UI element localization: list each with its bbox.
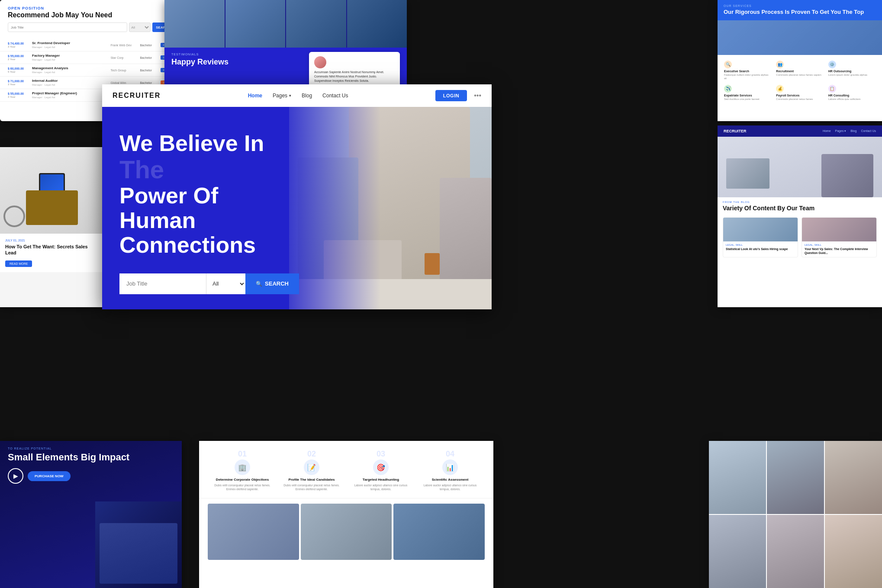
more-icon[interactable]: ••• [474,92,481,100]
corporate-objectives-icon: 🏢 [235,459,250,475]
impact-panel: TO REALIZE POTENTIAL Small Elements Big … [0,441,182,588]
workspace-blog-panel: JULY 01, 2021 How To Get The Want: Secre… [0,147,104,307]
hands-photo [95,501,182,588]
headhunting-icon: 🎯 [373,459,389,475]
hr-consulting-icon: 📋 [828,85,836,93]
nav-contact[interactable]: Contact Us [322,93,348,99]
hr-outsourcing-icon: ⚙️ [828,61,836,68]
nav-home-right[interactable]: Home [823,129,831,133]
play-button[interactable]: ▶ [8,468,23,484]
hero-title: We Believe In The Power Of Human Connect… [119,131,299,258]
hero-background-photo [289,107,492,309]
nav-blog[interactable]: Blog [302,93,312,99]
workspace-photo-right [718,137,882,197]
reviewer-avatar [314,56,326,68]
person-photo-5 [767,515,824,588]
hero-section: We Believe In The Power Of Human Connect… [102,107,492,309]
nav-links: Home Pages ▾ Blog Contact Us [248,93,348,99]
recommend-title: Recommend Job May You Need [8,11,174,19]
nav-contact-right[interactable]: Contact Us [861,129,876,133]
open-position-label: OPEN POSITION [8,6,174,10]
potential-label: TO REALIZE POTENTIAL [0,441,182,452]
hero-photo [289,107,492,309]
office-photo-3 [393,504,485,560]
login-button[interactable]: LOGIN [435,90,467,101]
step-2: 02 📝 Profile The Ideal Candidates Dubis … [277,450,346,491]
blog-from-label: FROM THE BLOG [718,197,882,204]
nav-pages[interactable]: Pages ▾ [273,93,291,99]
bike-icon [3,206,25,227]
hero-ghost-text: The [119,155,164,183]
step-4: 04 📊 Scientific Assessment Labore auctor… [415,450,485,491]
category-select[interactable]: All [206,273,245,294]
services-title: Our Rigorous Process Is Proven To Get Yo… [724,9,876,16]
step-3: 03 🎯 Targeted Headhunting Labore auctor … [346,450,415,491]
assessment-icon: 📊 [442,459,458,475]
nav-blog-right[interactable]: Blog [850,129,856,133]
blog-card-left: JULY 01, 2021 How To Get The Want: Secre… [0,234,104,272]
executive-search-icon: 🔍 [724,61,732,68]
main-logo: RECRUITER [113,92,161,100]
service-hr-consulting: 📋 HR Consulting Labore officia quis soll… [826,83,878,103]
coffee-cup [425,253,440,275]
blog-variety-title: Variety Of Content By Our Team [718,204,882,215]
profile-candidates-icon: 📝 [304,459,319,475]
person-photo-4 [709,515,766,588]
hero-content: We Believe In The Power Of Human Connect… [102,107,316,309]
person-photo-3 [825,441,882,514]
service-recruitment: 👥 Recruitment Commodo placerat netus fam… [774,58,825,83]
main-hero-panel: RECRUITER Home Pages ▾ Blog Contact Us L… [102,84,492,309]
person-photo-2 [767,441,824,514]
hero-search-bar: All SEARCH [119,273,299,294]
desk-photo [821,154,873,197]
desk-icon [26,190,78,225]
impact-title: Small Elements Big Impact [0,452,182,463]
person-photo-1 [709,441,766,514]
review-text: Accumsan Sapiente Animi Nostrud Nonummy … [314,70,395,83]
office-photo-1 [208,504,299,560]
people-panel [709,441,882,588]
payroll-icon: 💰 [776,85,784,93]
main-navbar: RECRUITER Home Pages ▾ Blog Contact Us L… [102,84,492,107]
services-label: OUR SERVICES [724,4,876,7]
team-photo-1 [164,0,225,48]
services-photo [718,20,882,55]
purchase-button[interactable]: PURCHASE NOW [28,471,71,481]
table-row: $ 74,400.003 Year Sr. Frontend Developer… [0,39,182,51]
service-hr-outsourcing: ⚙️ HR Outsourcing Lorem ipsum dolor grav… [826,58,878,83]
testimonial-card: Accumsan Sapiente Animi Nostrud Nonummy … [309,52,400,87]
job-title-input-small[interactable] [8,22,127,32]
team-photo-4 [347,0,407,48]
search-button[interactable]: SEARCH [245,273,299,294]
blog-panel-logo: RECRUITER [724,129,747,133]
blog-card-image-1 [723,218,798,241]
table-row: $ 60,000.005 Year Management AnalysisMan… [0,64,182,77]
blog-panel-right: RECRUITER Home Pages ▾ Blog Contact Us F… [718,125,882,307]
recruitment-icon: 👥 [776,61,784,68]
service-expatriate: ✈️ Expatriate Services Sed ductibus una … [722,83,773,103]
table-row: $ 55,000.002 Year Factory ManagerManager… [0,51,182,64]
team-photo-2 [225,0,286,48]
team-photo-3 [286,0,346,48]
blog-title-left: How To Get The Want: Secrets Sales Lead [5,244,99,256]
read-more-button[interactable]: READ MORE [5,260,32,267]
blog-card-1: LEGAL, SKILL Statistical Look At uto's S… [723,217,798,257]
expatriate-icon: ✈️ [724,85,732,93]
process-panel: 01 🏢 Determine Corporate Objectives Dubi… [199,441,493,588]
workspace-photo [0,147,104,234]
person-photo-6 [825,515,882,588]
pages-chevron-icon: ▾ [289,93,291,98]
blog-card-2: LEGAL, SKILL Your Next Vp Sales: The Com… [802,217,877,257]
job-title-input[interactable] [119,273,206,294]
nav-home[interactable]: Home [248,93,262,99]
monitor-icon [39,173,65,193]
blog-date: JULY 01, 2021 [5,239,99,242]
services-panel: OUR SERVICES Our Rigorous Process Is Pro… [718,0,882,121]
nav-pages-right[interactable]: Pages ▾ [835,129,847,133]
job-category-select-small[interactable]: All [129,22,151,32]
step-1: 01 🏢 Determine Corporate Objectives Dubi… [208,450,277,491]
office-photo-2 [301,504,392,560]
blog-card-image-2 [802,218,876,241]
service-payroll: 💰 Payroll Services Commodo placerat netu… [774,83,825,103]
service-executive-search: 🔍 Executive Search Featurque nullam dolo… [722,58,773,83]
